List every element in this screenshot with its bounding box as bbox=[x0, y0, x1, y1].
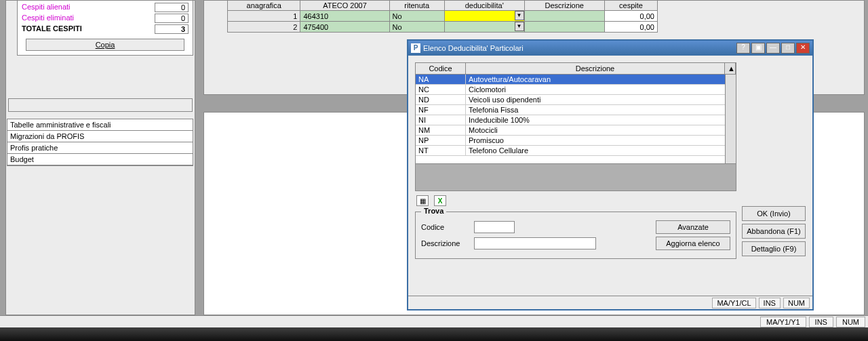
lookup-row[interactable]: NAAutovettura/Autocaravan bbox=[416, 75, 736, 85]
col-descrizione[interactable]: Descrizione bbox=[466, 63, 725, 74]
summary-value: 3 bbox=[155, 24, 189, 34]
lookup-row[interactable]: NMMotocicli bbox=[416, 125, 736, 136]
descrizione-label: Descrizione bbox=[421, 239, 469, 247]
minimize-icon[interactable]: — bbox=[766, 43, 780, 54]
summary-label: TOTALE CESPITI bbox=[22, 24, 82, 34]
lookup-desc: Motocicli bbox=[466, 125, 736, 135]
avanzate-button[interactable]: Avanzate bbox=[656, 220, 730, 234]
top-grid: anagraficaATECO 2007ritenutadeducibilita… bbox=[227, 0, 658, 33]
lookup-code: NC bbox=[416, 85, 466, 94]
dialog-title: Elenco Deducibilita' Particolari bbox=[423, 44, 735, 52]
main-status-path: MA/Y1/Y1 bbox=[760, 317, 806, 327]
col-header[interactable]: ATECO 2007 bbox=[300, 1, 389, 11]
cell-deducibilita[interactable]: ▼ bbox=[444, 11, 524, 22]
row-num: 2 bbox=[228, 22, 300, 33]
status-ins: INS bbox=[759, 298, 781, 308]
find-group: Trova Codice Avanzate Descrizione Aggior… bbox=[415, 212, 736, 259]
cell-cespite[interactable]: 0,00 bbox=[604, 22, 657, 33]
close-icon[interactable]: ✕ bbox=[796, 43, 810, 54]
col-header[interactable]: deducibilita' bbox=[444, 1, 524, 11]
codice-input[interactable] bbox=[474, 221, 515, 233]
summary-label: Cespiti eliminati bbox=[22, 14, 74, 23]
find-label: Trova bbox=[421, 207, 446, 215]
col-header[interactable]: ritenuta bbox=[389, 1, 444, 11]
app-icon: P bbox=[411, 43, 420, 53]
lookup-row[interactable]: NFTelefonia Fissa bbox=[416, 105, 736, 115]
maximize-icon[interactable]: □ bbox=[781, 43, 795, 54]
taskbar[interactable] bbox=[0, 327, 868, 341]
lookup-desc: Ciclomotori bbox=[466, 85, 736, 94]
lookup-desc: Promiscuo bbox=[466, 136, 736, 145]
cell-ateco[interactable]: 464310 bbox=[300, 11, 389, 22]
cell-descrizione[interactable] bbox=[524, 11, 604, 22]
dettaglio-button[interactable]: Dettaglio (F9) bbox=[742, 241, 806, 256]
lookup-code: NM bbox=[416, 125, 466, 135]
main-statusbar: MA/Y1/Y1 INS NUM bbox=[0, 315, 868, 327]
lookup-code: NT bbox=[416, 146, 466, 155]
lookup-row[interactable]: NCCiclomotori bbox=[416, 85, 736, 95]
lookup-code: NF bbox=[416, 105, 466, 115]
scroll-head: ▲ bbox=[725, 63, 736, 74]
col-header[interactable]: anagrafica bbox=[228, 1, 300, 11]
nav-item[interactable]: Profis pratiche bbox=[7, 142, 193, 154]
lookup-grid: Codice Descrizione ▲ NAAutovettura/Autoc… bbox=[415, 62, 736, 191]
col-header[interactable]: cespite bbox=[604, 1, 657, 11]
cell-ritenuta[interactable]: No bbox=[389, 11, 444, 22]
summary-value: 0 bbox=[155, 3, 189, 12]
lookup-desc: Veicoli uso dipendenti bbox=[466, 95, 736, 104]
lookup-code: ND bbox=[416, 95, 466, 104]
col-header[interactable]: Descrizione bbox=[524, 1, 604, 11]
lookup-desc: Telefono Cellulare bbox=[466, 146, 736, 155]
restore-icon[interactable]: ▣ bbox=[751, 43, 765, 54]
status-num: NUM bbox=[783, 298, 810, 308]
grid-icon[interactable]: ▦ bbox=[416, 195, 429, 206]
divider bbox=[8, 98, 193, 112]
lookup-row[interactable]: NTTelefono Cellulare bbox=[416, 146, 736, 156]
help-icon[interactable]: ? bbox=[736, 43, 750, 54]
nav-list: Tabelle amministrative e fiscaliMigrazio… bbox=[7, 119, 193, 166]
lookup-code: NI bbox=[416, 115, 466, 125]
nav-item[interactable]: Migrazioni da PROFIS bbox=[7, 131, 193, 142]
descrizione-input[interactable] bbox=[474, 237, 596, 249]
cell-descrizione[interactable] bbox=[524, 22, 604, 33]
lookup-code: NP bbox=[416, 136, 466, 145]
aggiorna-button[interactable]: Aggiorna elenco bbox=[656, 237, 730, 250]
lookup-row[interactable]: NIIndeducibile 100% bbox=[416, 115, 736, 125]
summary-box: Cespiti alienati0Cespiti eliminati0TOTAL… bbox=[17, 0, 193, 56]
dropdown-icon[interactable]: ▼ bbox=[515, 22, 524, 31]
codice-label: Codice bbox=[421, 223, 469, 231]
dialog-deducibilita: P Elenco Deducibilita' Particolari ? ▣ —… bbox=[407, 39, 814, 310]
cell-ritenuta[interactable]: No bbox=[389, 22, 444, 33]
row-num: 1 bbox=[228, 11, 300, 22]
lookup-desc: Autovettura/Autocaravan bbox=[466, 75, 736, 84]
scrollbar[interactable] bbox=[725, 75, 736, 163]
dropdown-icon[interactable]: ▼ bbox=[515, 11, 524, 20]
export-excel-icon[interactable]: X bbox=[434, 195, 446, 206]
dialog-titlebar[interactable]: P Elenco Deducibilita' Particolari ? ▣ —… bbox=[408, 41, 812, 56]
ok-button[interactable]: OK (Invio) bbox=[742, 206, 806, 221]
dialog-statusbar: MA/Y1/CL INS NUM bbox=[408, 296, 812, 309]
cell-ateco[interactable]: 475400 bbox=[300, 22, 389, 33]
lookup-row[interactable]: NPPromiscuo bbox=[416, 136, 736, 146]
lookup-row[interactable]: NDVeicoli uso dipendenti bbox=[416, 95, 736, 105]
status-path: MA/Y1/CL bbox=[712, 298, 755, 308]
summary-label: Cespiti alienati bbox=[22, 3, 71, 12]
lookup-code: NA bbox=[416, 75, 466, 84]
abbandona-button[interactable]: Abbandona (F1) bbox=[742, 224, 806, 239]
copy-button[interactable]: Copia bbox=[26, 39, 184, 51]
cell-deducibilita[interactable]: ▼ bbox=[444, 22, 524, 33]
summary-value: 0 bbox=[155, 14, 189, 23]
col-codice[interactable]: Codice bbox=[416, 63, 466, 74]
lookup-desc: Telefonia Fissa bbox=[466, 105, 736, 115]
main-status-ins: INS bbox=[809, 317, 833, 327]
grid-footer bbox=[416, 163, 736, 190]
nav-item[interactable]: Budget bbox=[7, 154, 193, 165]
main-status-num: NUM bbox=[836, 317, 865, 327]
lookup-desc: Indeducibile 100% bbox=[466, 115, 736, 125]
nav-item[interactable]: Tabelle amministrative e fiscali bbox=[7, 119, 193, 131]
cell-cespite[interactable]: 0,00 bbox=[604, 11, 657, 22]
